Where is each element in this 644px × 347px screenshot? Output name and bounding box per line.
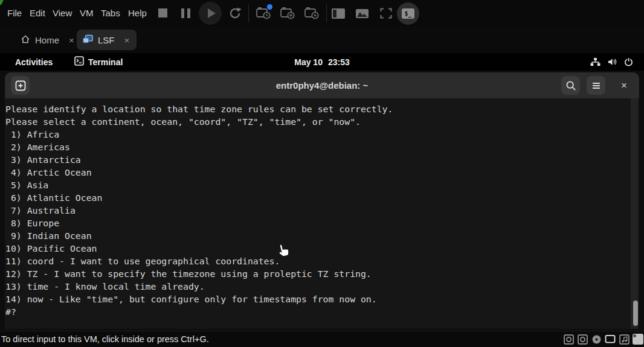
tab-home[interactable]: Home ×: [14, 30, 82, 50]
power-menu-icon[interactable]: [624, 53, 633, 71]
menu-edit[interactable]: Edit: [27, 0, 48, 27]
terminal-line: 9) Indian Ocean: [5, 229, 639, 242]
vm-display[interactable]: Activities Terminal May 10 23:53 entr0p: [0, 53, 644, 331]
new-tab-icon: [15, 80, 26, 91]
device-status-icons: [563, 331, 644, 347]
snapshot-badge: [267, 4, 272, 10]
vm-screens-icon: [83, 34, 93, 46]
terminal-line: Please identify a location so that time …: [5, 103, 639, 115]
terminal-line: 4) Arctic Ocean: [5, 166, 639, 179]
tab-lsf[interactable]: LSF ×: [77, 30, 137, 50]
manage-snapshots-icon[interactable]: [304, 6, 319, 20]
terminal-line: 13) time - I know local time already.: [5, 280, 639, 293]
scrollbar-thumb[interactable]: [633, 301, 638, 326]
tab-lsf-label: LSF: [98, 35, 115, 45]
window-close-icon[interactable]: ×: [621, 72, 627, 98]
terminal-line: 7) Australia: [5, 204, 639, 217]
terminal-window: entr0phy4@debian: ~ × Please identify a …: [5, 72, 639, 329]
console-view-icon[interactable]: $_: [397, 2, 419, 25]
terminal-line: 6) Atlantic Ocean: [5, 191, 639, 204]
clock-date: May 10: [294, 57, 323, 67]
terminal-glyph: $_: [402, 8, 414, 19]
tab-home-close-icon[interactable]: ×: [68, 35, 76, 45]
tab-lsf-close-icon[interactable]: ×: [123, 35, 131, 45]
harddisk-1-icon[interactable]: [563, 334, 574, 345]
new-tab-button[interactable]: [11, 76, 30, 95]
volume-icon[interactable]: [607, 53, 617, 71]
vmware-menubar: File Edit View VM Tabs Help $_: [0, 0, 644, 27]
terminal-line: 1) Africa: [5, 128, 639, 141]
home-icon: [21, 34, 30, 46]
grab-hint-message: To direct input to this VM, click inside…: [1, 331, 209, 347]
suspend-icon[interactable]: [181, 8, 190, 18]
clock-button[interactable]: May 10 23:53: [0, 53, 644, 71]
message-log-icon[interactable]: [633, 334, 643, 345]
network-icon[interactable]: [590, 53, 601, 71]
reset-icon[interactable]: [228, 7, 242, 20]
terminal-headerbar[interactable]: entr0phy4@debian: ~ ×: [5, 72, 639, 98]
terminal-line: 14) now - Like "time", but configure onl…: [5, 293, 639, 305]
vmware-statusbar: To direct input to this VM, click inside…: [0, 331, 644, 347]
menu-tabs[interactable]: Tabs: [98, 0, 123, 27]
revert-snapshot-icon[interactable]: [280, 6, 295, 20]
gnome-top-bar: Activities Terminal May 10 23:53: [0, 53, 644, 71]
power-on-icon[interactable]: [199, 2, 222, 25]
take-snapshot-icon[interactable]: [256, 6, 271, 20]
terminal-line: 2) Americas: [5, 141, 639, 153]
menu-button[interactable]: [587, 76, 605, 95]
thumbnail-bar-icon[interactable]: [356, 9, 369, 18]
vm-tabbar: Home × LSF ×: [0, 27, 644, 54]
terminal-line: 3) Antarctica: [5, 153, 639, 166]
terminal-title: entr0phy4@debian: ~: [5, 72, 639, 98]
terminal-line: 5) Asia: [5, 179, 639, 191]
fullscreen-icon[interactable]: [380, 8, 392, 19]
display-icon[interactable]: [605, 334, 616, 345]
clock-time: 23:53: [328, 57, 350, 67]
scrollbar-track[interactable]: [631, 98, 638, 329]
menu-help[interactable]: Help: [126, 0, 149, 27]
terminal-prompt-line: #?: [5, 305, 639, 318]
menu-view[interactable]: View: [50, 0, 74, 27]
terminal-line: Please select a continent, ocean, "coord…: [5, 115, 639, 128]
terminal-line: 10) Pacific Ocean: [5, 242, 639, 255]
hamburger-icon: [591, 80, 602, 91]
terminal-output: Please identify a location so that time …: [5, 103, 639, 318]
toolbar-separator: [248, 4, 249, 22]
terminal-screen[interactable]: Please identify a location so that time …: [5, 98, 639, 329]
sound-icon[interactable]: [619, 334, 630, 345]
tab-home-label: Home: [35, 35, 59, 45]
library-panel-icon[interactable]: [332, 8, 345, 19]
menu-file[interactable]: File: [5, 0, 24, 27]
menu-vm[interactable]: VM: [77, 0, 96, 27]
search-button[interactable]: [561, 76, 580, 95]
terminal-line: 12) TZ - I want to specify the timezone …: [5, 267, 639, 280]
toolbar-separator: [326, 4, 327, 22]
harddisk-2-icon[interactable]: [577, 334, 588, 345]
power-off-icon[interactable]: [158, 8, 167, 18]
terminal-line: 11) coord - I want to use geographical c…: [5, 255, 639, 267]
terminal-line: 8) Europe: [5, 217, 639, 229]
cdrom-icon[interactable]: [591, 334, 602, 345]
search-icon: [565, 80, 576, 91]
